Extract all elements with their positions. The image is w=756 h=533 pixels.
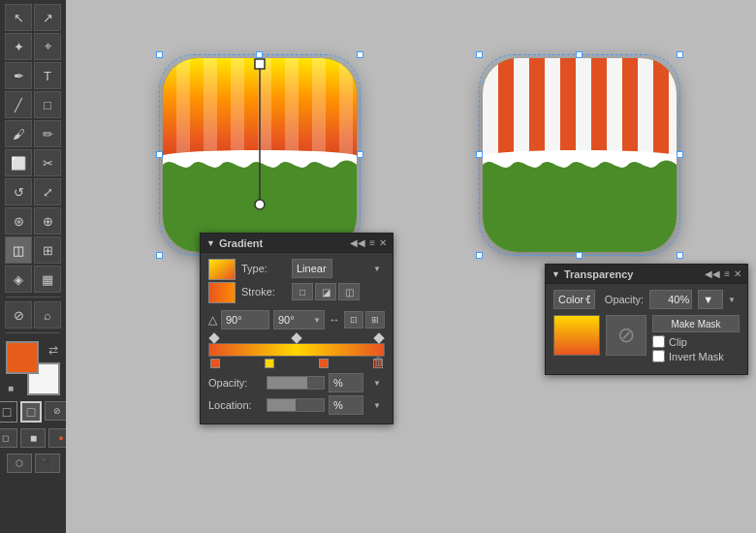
type-label: Type: (241, 263, 288, 274)
handle2-mr[interactable] (677, 151, 683, 158)
eyedropper-tool[interactable]: ⊘ (5, 301, 32, 329)
clip-checkbox[interactable] (652, 335, 665, 348)
handle-tm[interactable] (256, 51, 263, 58)
rect-tool[interactable]: □ (34, 91, 61, 118)
aspect-btn-1[interactable]: ⊡ (344, 311, 363, 329)
transparency-opacity-select[interactable]: ▼ (698, 290, 723, 309)
handle2-bl[interactable] (476, 252, 483, 259)
handle-mr[interactable] (357, 151, 363, 158)
toolbar-divider-1 (6, 297, 60, 298)
handle2-tm[interactable] (576, 51, 583, 58)
lasso-tool[interactable]: ⌖ (34, 33, 61, 60)
toolbar: ↖ ↗ ✦ ⌖ ✒ T ╱ □ 🖌 ✏ ⬜ ✂ ↺ ⤢ ⊛ ⊕ ◫ ⊞ ◈ ▦ … (0, 0, 66, 533)
gradient-swatches (208, 259, 236, 303)
make-mask-button[interactable]: Make Mask (652, 315, 740, 332)
column-graph-tool[interactable]: ▦ (34, 266, 61, 293)
transparency-checkboxes: Clip Invert Mask (652, 335, 740, 362)
handle2-tr[interactable] (677, 51, 683, 58)
zoom-tool[interactable]: ⌕ (34, 301, 61, 329)
pencil-tool[interactable]: ✏ (34, 120, 61, 147)
handle-bl[interactable] (156, 252, 163, 259)
gradient-swatch-1[interactable] (208, 259, 236, 280)
gradient-tool[interactable]: ◫ (5, 236, 32, 264)
angle-input[interactable] (221, 310, 269, 329)
handle2-bm[interactable] (576, 252, 583, 259)
stroke-btn-3[interactable]: ◫ (338, 283, 360, 300)
swap-colors-icon[interactable]: ⇄ (48, 343, 58, 357)
transparency-panel: ▼ Transparency ◀◀ ≡ ✕ Color Dodge Normal… (545, 264, 748, 375)
location-select[interactable]: % (329, 395, 363, 415)
location-slider[interactable] (267, 398, 325, 412)
scale-tool[interactable]: ⤢ (34, 178, 61, 205)
type-section: Type: Linear Radial Stroke: □ (241, 259, 385, 305)
transparency-panel-collapse[interactable]: ◀◀ (705, 268, 720, 279)
angle-select[interactable]: 90° (273, 310, 325, 329)
gradient-panel-close[interactable]: ✕ (379, 237, 387, 248)
direct-selection-tool[interactable]: ↗ (34, 4, 61, 31)
pen-tool[interactable]: ✒ (5, 62, 32, 89)
stroke-mode-btn[interactable]: □ (20, 401, 42, 423)
transparency-panel-close[interactable]: ✕ (734, 268, 741, 279)
handle2-br[interactable] (677, 252, 683, 259)
shapebuilder-tool[interactable]: ⊕ (34, 207, 61, 235)
gradient-panel-menu[interactable]: ≡ (369, 237, 375, 248)
color-swatch-area: ⇄ ■ (6, 341, 60, 395)
tool-row-rotate: ↺ ⤢ (5, 178, 61, 205)
reverse-icon[interactable]: ↔ (329, 313, 340, 327)
line-tool[interactable]: ╱ (5, 91, 32, 118)
angle-icon: △ (208, 313, 217, 327)
transparency-swatch[interactable] (553, 315, 600, 356)
type-tool[interactable]: T (34, 62, 61, 89)
warp-tool[interactable]: ⊛ (5, 207, 32, 235)
blend-tool[interactable]: ◈ (5, 266, 32, 293)
handle2-tl[interactable] (476, 51, 483, 58)
transparency-panel-controls: ◀◀ ≡ ✕ (705, 268, 741, 279)
handle2-ml[interactable] (476, 151, 483, 158)
transparency-mask-icon[interactable]: ⊘ (606, 315, 646, 356)
gradient-type-select[interactable]: Linear Radial (292, 259, 332, 278)
magic-wand-tool[interactable]: ✦ (5, 33, 32, 60)
opacity-select[interactable]: % (329, 373, 363, 392)
blend-mode-select[interactable]: Color Dodge Normal Multiply Screen (553, 290, 595, 309)
invert-mask-label: Invert Mask (669, 351, 724, 362)
icon1-stripes (163, 58, 357, 155)
paintbrush-tool[interactable]: 🖌 (5, 120, 32, 147)
gradient-stop-2[interactable] (265, 359, 274, 368)
gradient-swatch-2[interactable] (208, 282, 236, 303)
foreground-color-swatch[interactable] (6, 341, 39, 374)
opacity-slider[interactable] (267, 376, 325, 390)
scissors-tool[interactable]: ✂ (34, 149, 61, 176)
stop-diamond-2[interactable] (291, 332, 301, 343)
artboard-tool-btn[interactable]: ⬡ (7, 454, 32, 473)
eraser-tool[interactable]: ⬜ (5, 149, 32, 176)
gradient-stop-1[interactable] (210, 359, 220, 368)
aspect-btn-2[interactable]: ⊞ (365, 311, 385, 329)
gradient-stop-3[interactable] (319, 359, 329, 368)
gradient-bar[interactable] (208, 343, 385, 357)
gradient-panel-collapse[interactable]: ◀◀ (350, 237, 365, 248)
invert-mask-checkbox[interactable] (652, 350, 665, 362)
blendmode-select-wrapper: Color Dodge Normal Multiply Screen (553, 290, 595, 309)
behind-mode-btn[interactable]: ◼ (20, 428, 46, 448)
normal-mode-btn[interactable]: ◻ (0, 428, 17, 448)
change-screen-btn[interactable]: ⬛ (35, 454, 60, 473)
stop-diamond-3[interactable] (373, 332, 384, 343)
stop-diamond-1[interactable] (208, 332, 219, 343)
handle-tr[interactable] (357, 51, 363, 58)
tool-row-pen: ✒ T (5, 62, 61, 89)
handle-tl[interactable] (156, 51, 163, 58)
mesh-tool[interactable]: ⊞ (34, 236, 61, 264)
none-mode-btn[interactable]: ⊘ (45, 401, 66, 421)
isolation-mode-btn[interactable]: ● (48, 428, 66, 448)
stroke-btn-1[interactable]: □ (292, 283, 313, 300)
handle-ml[interactable] (156, 151, 163, 158)
fill-mode-btn[interactable]: □ (0, 401, 17, 423)
blendmode-row: Color Dodge Normal Multiply Screen Opaci… (553, 290, 740, 309)
rotate-tool[interactable]: ↺ (5, 178, 32, 205)
transparency-panel-menu[interactable]: ≡ (724, 268, 730, 279)
default-colors-icon[interactable]: ■ (8, 383, 14, 393)
gradient-stop-delete[interactable]: 🗑 (373, 355, 385, 368)
transparency-opacity-input[interactable] (649, 290, 692, 309)
selection-tool[interactable]: ↖ (5, 4, 32, 31)
stroke-btn-2[interactable]: ◪ (315, 283, 336, 300)
